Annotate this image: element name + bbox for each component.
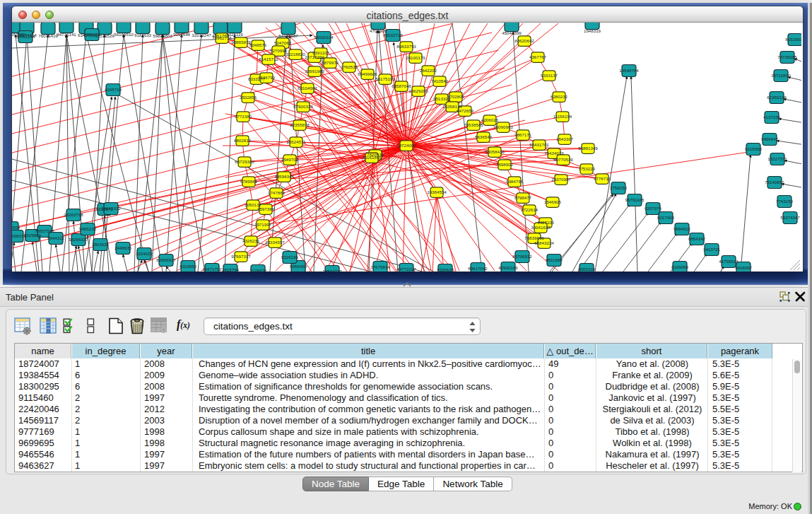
svg-text:32218820: 32218820 [286,52,305,57]
svg-text:9333137: 9333137 [541,73,558,78]
svg-text:75140851: 75140851 [765,180,784,185]
svg-text:11156194: 11156194 [553,114,572,119]
svg-text:3224022: 3224022 [136,251,153,256]
svg-text:8000319: 8000319 [578,267,596,271]
svg-text:1948319: 1948319 [584,28,601,33]
svg-text:2760530: 2760530 [341,64,358,69]
svg-text:56175193: 56175193 [375,76,395,81]
svg-text:6207974: 6207974 [645,206,662,211]
svg-text:5702806: 5702806 [447,94,465,99]
svg-text:67900339: 67900339 [293,104,313,109]
svg-text:6778710: 6778710 [594,176,611,181]
svg-text:9066469: 9066469 [290,264,307,269]
svg-text:5644312: 5644312 [47,235,65,240]
svg-text:1546905: 1546905 [544,199,562,204]
svg-text:69499606: 69499606 [358,71,377,76]
svg-text:26090983: 26090983 [493,124,513,129]
svg-text:3879974: 3879974 [322,60,339,65]
svg-text:9096648: 9096648 [173,32,191,37]
svg-text:2949702: 2949702 [281,157,299,162]
svg-text:83587048: 83587048 [392,83,411,88]
svg-text:5029669: 5029669 [24,233,42,238]
svg-text:55431701: 55431701 [529,142,549,147]
svg-text:81529916: 81529916 [785,37,801,42]
svg-text:2722614: 2722614 [521,207,539,212]
svg-text:6472659: 6472659 [457,108,474,113]
svg-text:2448635: 2448635 [114,245,132,250]
svg-text:62666917: 62666917 [156,257,176,262]
svg-text:7030637: 7030637 [437,267,454,271]
svg-text:9867171: 9867171 [514,132,532,137]
svg-text:9182633: 9182633 [134,33,152,37]
svg-text:29370987: 29370987 [551,177,571,182]
svg-text:7698902: 7698902 [496,162,514,167]
svg-text:8226196: 8226196 [281,255,299,259]
svg-text:1242509: 1242509 [12,225,20,230]
svg-text:15227371: 15227371 [767,156,787,161]
svg-text:6406451: 6406451 [83,32,101,37]
svg-text:5270996: 5270996 [270,48,288,53]
svg-text:28283798: 28283798 [64,212,83,217]
svg-text:4206023: 4206023 [481,117,499,122]
svg-text:1747868: 1747868 [268,190,286,195]
svg-text:78736085: 78736085 [777,54,797,59]
svg-text:4010850: 4010850 [180,264,197,269]
svg-text:9485230: 9485230 [79,226,97,231]
svg-text:84736141: 84736141 [57,32,76,37]
svg-text:64460687: 64460687 [278,33,298,38]
svg-text:14642332: 14642332 [101,206,121,211]
svg-text:8811969: 8811969 [546,257,563,262]
svg-text:4137236: 4137236 [763,115,781,119]
svg-text:81415712: 81415712 [259,57,278,62]
svg-text:9456647: 9456647 [761,136,779,141]
svg-text:4636799: 4636799 [258,75,276,80]
svg-text:44772227: 44772227 [396,267,416,271]
svg-text:4367767: 4367767 [529,54,547,59]
svg-text:9894912: 9894912 [673,226,691,231]
svg-text:5636549: 5636549 [475,134,493,139]
svg-text:32019247: 32019247 [192,33,211,37]
svg-text:55374347: 55374347 [780,215,800,220]
svg-text:56169510: 56169510 [114,32,134,37]
svg-text:76839696: 76839696 [524,235,544,240]
svg-text:13334557: 13334557 [265,240,285,245]
svg-text:39598345: 39598345 [274,174,294,179]
svg-text:8391107: 8391107 [312,50,329,55]
svg-text:70962716: 70962716 [212,35,232,40]
svg-text:8217403: 8217403 [657,215,675,220]
svg-text:60770539: 60770539 [553,157,573,162]
svg-text:3903625: 3903625 [92,242,110,247]
svg-text:16524571: 16524571 [286,139,306,144]
svg-text:3502856: 3502856 [240,95,257,100]
svg-text:3126628: 3126628 [249,268,267,271]
svg-text:18834727: 18834727 [322,269,342,271]
svg-text:63161899: 63161899 [362,155,382,160]
svg-text:42900186: 42900186 [498,265,518,270]
svg-text:41755514: 41755514 [719,259,739,264]
svg-text:1971997: 1971997 [254,222,272,227]
svg-text:33991989: 33991989 [305,69,324,74]
svg-text:97997317: 97997317 [231,254,251,259]
svg-text:86833793: 86833793 [396,44,416,49]
svg-text:19384554: 19384554 [427,189,447,194]
svg-text:7743150: 7743150 [776,199,794,204]
svg-text:83620642: 83620642 [514,38,534,43]
svg-text:2642202: 2642202 [420,68,437,73]
svg-text:8772380: 8772380 [235,114,252,119]
svg-text:78557585: 78557585 [35,228,54,233]
svg-text:6280232: 6280232 [551,94,568,99]
svg-text:56881349: 56881349 [578,146,598,151]
svg-text:59803803: 59803803 [153,33,172,38]
svg-text:95791185: 95791185 [625,197,645,202]
svg-text:32355878: 32355878 [290,122,310,127]
svg-text:10629200: 10629200 [408,88,428,93]
svg-text:7410542: 7410542 [431,78,449,83]
svg-text:4245718: 4245718 [105,87,122,92]
svg-text:2815794: 2815794 [222,267,240,271]
svg-text:53058438: 53058438 [485,149,505,154]
svg-text:2758253: 2758253 [610,185,628,190]
svg-text:8109069: 8109069 [671,264,689,269]
svg-text:79434019: 79434019 [544,151,564,156]
svg-text:93865879: 93865879 [231,40,251,45]
svg-text:9618067: 9618067 [735,265,753,270]
